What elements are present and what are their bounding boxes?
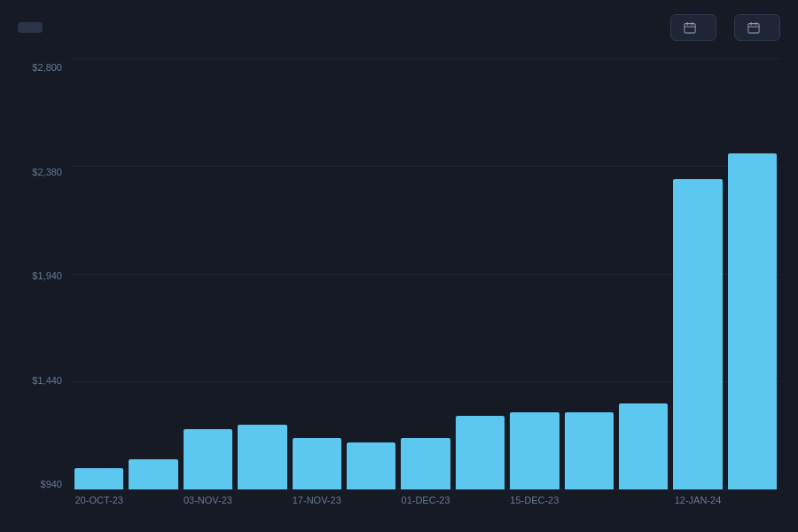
bar-8: [510, 412, 559, 489]
toolbar: [18, 14, 780, 41]
bar-1: [129, 459, 177, 489]
bar-0: [74, 468, 123, 489]
main-container: $2,800$2,380$1,940$1,440$940 20-OCT-2303…: [0, 0, 798, 532]
y-label-1: $2,380: [18, 167, 71, 177]
y-label-2: $1,940: [18, 270, 71, 281]
x-label-6: 01-DEC-23: [401, 495, 450, 505]
period-2y[interactable]: [74, 22, 99, 33]
bar-2: [184, 429, 232, 489]
x-label-2: 03-NOV-23: [184, 495, 232, 505]
chart-body: 20-OCT-2303-NOV-2317-NOV-2301-DEC-2315-D…: [71, 59, 780, 514]
svg-rect-4: [748, 24, 759, 34]
bar-3: [238, 425, 286, 489]
y-label-3: $1,440: [18, 375, 71, 386]
chart-plot: [71, 59, 780, 489]
bar-7: [456, 416, 505, 489]
x-label-4: 17-NOV-23: [293, 495, 341, 505]
x-label-8: 15-DEC-23: [510, 495, 559, 505]
svg-rect-0: [685, 24, 695, 34]
to-date-picker[interactable]: [734, 14, 780, 41]
period-3m[interactable]: [18, 22, 43, 33]
bar-10: [619, 403, 668, 489]
calendar-icon-to: [747, 21, 760, 34]
bar-12: [728, 153, 777, 489]
bar-11: [673, 179, 722, 489]
y-label-0: $2,800: [18, 62, 71, 73]
period-3y[interactable]: [103, 22, 128, 33]
bar-5: [347, 442, 395, 489]
x-label-0: 20-OCT-23: [74, 495, 123, 505]
bars-container: [71, 59, 780, 489]
bar-4: [293, 438, 341, 489]
bar-9: [565, 412, 614, 489]
bar-6: [401, 438, 450, 489]
y-label-4: $940: [18, 479, 71, 489]
from-date-picker[interactable]: [670, 14, 716, 41]
period-all[interactable]: [131, 22, 156, 33]
period-1y[interactable]: [46, 22, 71, 33]
y-axis: $2,800$2,380$1,940$1,440$940: [18, 59, 71, 514]
x-axis: 20-OCT-2303-NOV-2317-NOV-2301-DEC-2315-D…: [71, 489, 780, 514]
x-label-11: 12-JAN-24: [673, 495, 722, 505]
calendar-icon-from: [684, 21, 696, 34]
chart-area: $2,800$2,380$1,940$1,440$940 20-OCT-2303…: [18, 59, 780, 514]
date-section: [661, 14, 780, 41]
